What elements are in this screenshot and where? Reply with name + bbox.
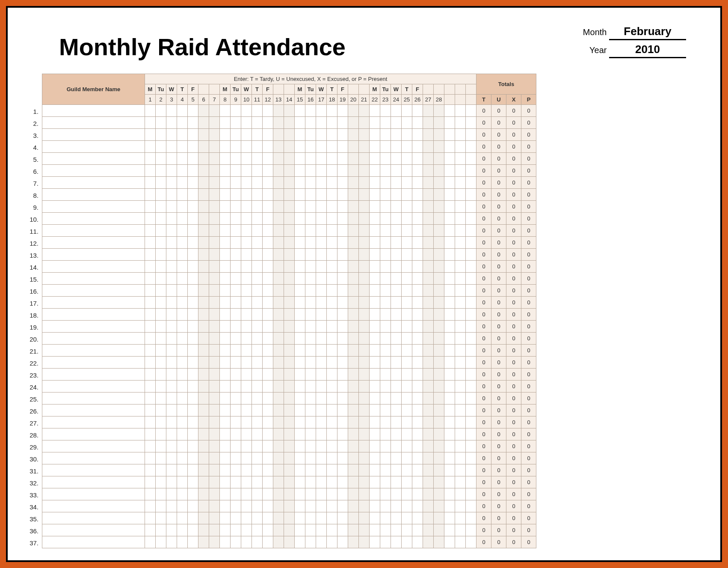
day-cell[interactable]	[177, 141, 188, 153]
day-cell[interactable]	[252, 536, 263, 548]
day-cell[interactable]	[359, 237, 370, 249]
day-cell[interactable]	[198, 165, 209, 177]
day-cell[interactable]	[316, 213, 327, 225]
day-cell[interactable]	[177, 345, 188, 357]
day-cell[interactable]	[455, 464, 466, 476]
day-cell[interactable]	[177, 153, 188, 165]
day-cell[interactable]	[316, 440, 327, 452]
day-cell[interactable]	[466, 500, 476, 512]
day-cell[interactable]	[156, 369, 166, 381]
day-cell[interactable]	[305, 512, 316, 524]
day-cell[interactable]	[145, 237, 156, 249]
day-cell[interactable]	[241, 476, 252, 488]
day-cell[interactable]	[252, 249, 263, 261]
day-cell[interactable]	[209, 536, 220, 548]
day-cell[interactable]	[444, 309, 455, 321]
day-cell[interactable]	[359, 165, 370, 177]
day-cell[interactable]	[273, 165, 284, 177]
day-cell[interactable]	[455, 440, 466, 452]
day-cell[interactable]	[391, 141, 402, 153]
day-cell[interactable]	[156, 225, 166, 237]
day-cell[interactable]	[177, 213, 188, 225]
day-cell[interactable]	[284, 285, 295, 297]
day-cell[interactable]	[402, 261, 412, 273]
day-cell[interactable]	[231, 381, 241, 393]
day-cell[interactable]	[423, 297, 434, 309]
day-cell[interactable]	[412, 321, 423, 333]
day-cell[interactable]	[327, 440, 337, 452]
day-cell[interactable]	[466, 428, 476, 440]
day-cell[interactable]	[177, 189, 188, 201]
day-cell[interactable]	[337, 177, 348, 189]
day-cell[interactable]	[444, 464, 455, 476]
day-cell[interactable]	[412, 117, 423, 129]
day-cell[interactable]	[423, 393, 434, 404]
day-cell[interactable]	[273, 213, 284, 225]
day-cell[interactable]	[209, 129, 220, 141]
day-cell[interactable]	[188, 452, 198, 464]
name-cell[interactable]	[42, 309, 145, 321]
day-cell[interactable]	[402, 345, 412, 357]
day-cell[interactable]	[305, 249, 316, 261]
day-cell[interactable]	[252, 393, 263, 404]
day-cell[interactable]	[444, 189, 455, 201]
day-cell[interactable]	[220, 488, 231, 500]
day-cell[interactable]	[188, 369, 198, 381]
day-cell[interactable]	[391, 177, 402, 189]
day-cell[interactable]	[284, 189, 295, 201]
day-cell[interactable]	[370, 404, 380, 416]
day-cell[interactable]	[434, 249, 444, 261]
day-cell[interactable]	[337, 273, 348, 285]
day-cell[interactable]	[166, 177, 177, 189]
day-cell[interactable]	[316, 261, 327, 273]
day-cell[interactable]	[295, 141, 305, 153]
day-cell[interactable]	[455, 393, 466, 404]
day-cell[interactable]	[444, 201, 455, 213]
day-cell[interactable]	[263, 428, 273, 440]
day-cell[interactable]	[241, 404, 252, 416]
day-cell[interactable]	[156, 357, 166, 369]
day-cell[interactable]	[252, 488, 263, 500]
day-cell[interactable]	[231, 237, 241, 249]
day-cell[interactable]	[305, 369, 316, 381]
day-cell[interactable]	[220, 428, 231, 440]
day-cell[interactable]	[423, 512, 434, 524]
day-cell[interactable]	[284, 177, 295, 189]
day-cell[interactable]	[188, 273, 198, 285]
day-cell[interactable]	[359, 285, 370, 297]
day-cell[interactable]	[412, 165, 423, 177]
day-cell[interactable]	[380, 428, 391, 440]
day-cell[interactable]	[156, 404, 166, 416]
day-cell[interactable]	[145, 285, 156, 297]
day-cell[interactable]	[145, 333, 156, 345]
day-cell[interactable]	[252, 261, 263, 273]
day-cell[interactable]	[241, 105, 252, 117]
day-cell[interactable]	[284, 381, 295, 393]
day-cell[interactable]	[337, 117, 348, 129]
day-cell[interactable]	[370, 357, 380, 369]
day-cell[interactable]	[348, 416, 359, 428]
day-cell[interactable]	[284, 393, 295, 404]
day-cell[interactable]	[188, 512, 198, 524]
day-cell[interactable]	[273, 476, 284, 488]
day-cell[interactable]	[295, 452, 305, 464]
day-cell[interactable]	[188, 381, 198, 393]
day-cell[interactable]	[337, 105, 348, 117]
day-cell[interactable]	[177, 165, 188, 177]
day-cell[interactable]	[305, 297, 316, 309]
name-cell[interactable]	[42, 201, 145, 213]
day-cell[interactable]	[284, 117, 295, 129]
day-cell[interactable]	[444, 428, 455, 440]
day-cell[interactable]	[359, 129, 370, 141]
day-cell[interactable]	[305, 177, 316, 189]
day-cell[interactable]	[466, 369, 476, 381]
day-cell[interactable]	[359, 512, 370, 524]
day-cell[interactable]	[466, 237, 476, 249]
day-cell[interactable]	[380, 524, 391, 536]
day-cell[interactable]	[166, 536, 177, 548]
day-cell[interactable]	[252, 165, 263, 177]
day-cell[interactable]	[402, 500, 412, 512]
day-cell[interactable]	[370, 333, 380, 345]
day-cell[interactable]	[402, 428, 412, 440]
day-cell[interactable]	[466, 129, 476, 141]
